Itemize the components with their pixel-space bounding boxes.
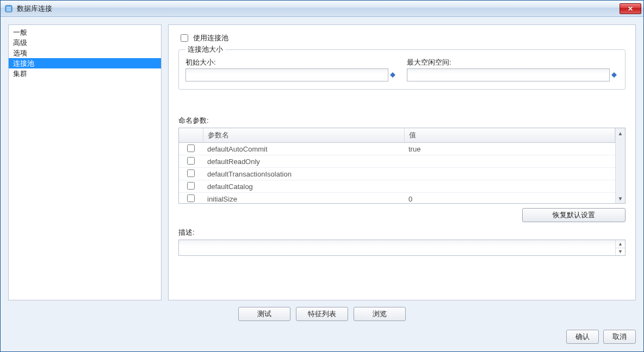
row-checkbox[interactable] [187, 157, 195, 165]
params-table-wrap: 参数名 值 defaultAutoCommit true [178, 128, 626, 204]
chevron-up-icon[interactable]: ▲ [616, 240, 625, 248]
table-row[interactable]: defaultCatalog [179, 180, 615, 193]
row-param: defaultTransactionIsolation [203, 168, 404, 180]
restore-defaults-button[interactable]: 恢复默认设置 [522, 208, 626, 222]
row-param: initialSize [203, 193, 404, 204]
scroll-down-icon[interactable]: ▼ [616, 193, 625, 203]
table-row[interactable]: defaultTransactionIsolation [179, 168, 615, 180]
row-param: defaultReadOnly [203, 155, 404, 168]
cancel-button[interactable]: 取消 [603, 330, 636, 344]
schema-button[interactable]: 特征列表 [296, 307, 348, 321]
initial-size-label: 初始大小: [185, 58, 397, 67]
dialog-button-row: 确认 取消 [8, 330, 636, 344]
window-title: 数据库连接 [17, 4, 620, 14]
row-value [404, 180, 615, 193]
sidebar-item-cluster[interactable]: 集群 [9, 68, 161, 79]
params-table: 参数名 值 defaultAutoCommit true [179, 128, 615, 203]
svg-marker-4 [390, 72, 395, 78]
row-checkbox[interactable] [187, 182, 195, 190]
ok-button[interactable]: 确认 [566, 330, 599, 344]
use-pool-checkbox[interactable] [181, 34, 188, 42]
description-value[interactable] [179, 240, 615, 255]
pool-size-group: 连接池大小 初始大小: 最大空闲空间: [178, 45, 626, 90]
description-label: 描述: [178, 228, 626, 237]
table-row[interactable]: defaultAutoCommit true [179, 143, 615, 155]
row-value: 0 [404, 193, 615, 204]
description-stepper[interactable]: ▲ ▼ [615, 240, 625, 255]
browse-button[interactable]: 浏览 [354, 307, 406, 321]
table-row[interactable]: initialSize 0 [179, 193, 615, 204]
diamond-icon [388, 68, 397, 81]
sidebar-item-advanced[interactable]: 高级 [9, 37, 161, 48]
use-pool-label: 使用连接池 [193, 33, 228, 43]
row-param: defaultAutoCommit [203, 143, 404, 155]
row-checkbox[interactable] [187, 194, 195, 202]
chevron-down-icon[interactable]: ▼ [616, 248, 625, 256]
table-scrollbar[interactable]: ▲ ▼ [615, 128, 625, 203]
row-checkbox[interactable] [187, 169, 195, 177]
row-param: defaultCatalog [203, 180, 404, 193]
initial-size-input[interactable] [185, 68, 388, 81]
sidebar-item-options[interactable]: 选项 [9, 48, 161, 58]
scroll-up-icon[interactable]: ▲ [616, 128, 625, 138]
named-params-label: 命名参数: [178, 116, 626, 125]
upper-pane: 一般 高级 选项 连接池 集群 使用连接池 连接池大小 初始大小: [8, 24, 636, 300]
sidebar: 一般 高级 选项 连接池 集群 [8, 24, 162, 300]
col-checkbox[interactable] [179, 128, 203, 143]
row-value [404, 168, 615, 180]
center-button-row: 测试 特征列表 浏览 [8, 307, 636, 321]
row-checkbox[interactable] [187, 144, 195, 152]
use-pool-row: 使用连接池 [178, 33, 626, 43]
col-param[interactable]: 参数名 [203, 128, 404, 143]
max-idle-label: 最大空闲空间: [407, 58, 618, 67]
col-value[interactable]: 值 [404, 128, 615, 143]
svg-marker-5 [611, 72, 617, 78]
table-row[interactable]: defaultReadOnly [179, 155, 615, 168]
database-icon [4, 4, 14, 14]
client-area: 一般 高级 选项 连接池 集群 使用连接池 连接池大小 初始大小: [1, 17, 643, 351]
close-icon: ✕ [628, 5, 633, 12]
row-value [404, 155, 615, 168]
dialog-window: 数据库连接 ✕ 一般 高级 选项 连接池 集群 使用连接池 连 [0, 0, 644, 352]
main-panel: 使用连接池 连接池大小 初始大小: [168, 24, 636, 300]
row-value: true [404, 143, 615, 155]
sidebar-item-general[interactable]: 一般 [9, 27, 161, 37]
sidebar-item-pool[interactable]: 连接池 [9, 58, 161, 68]
close-button[interactable]: ✕ [620, 3, 641, 14]
description-box: ▲ ▼ [178, 240, 626, 256]
test-button[interactable]: 测试 [238, 307, 290, 321]
diamond-icon [610, 68, 618, 81]
pool-size-legend: 连接池大小 [185, 45, 225, 54]
titlebar: 数据库连接 ✕ [1, 1, 643, 17]
max-idle-input[interactable] [407, 68, 610, 81]
